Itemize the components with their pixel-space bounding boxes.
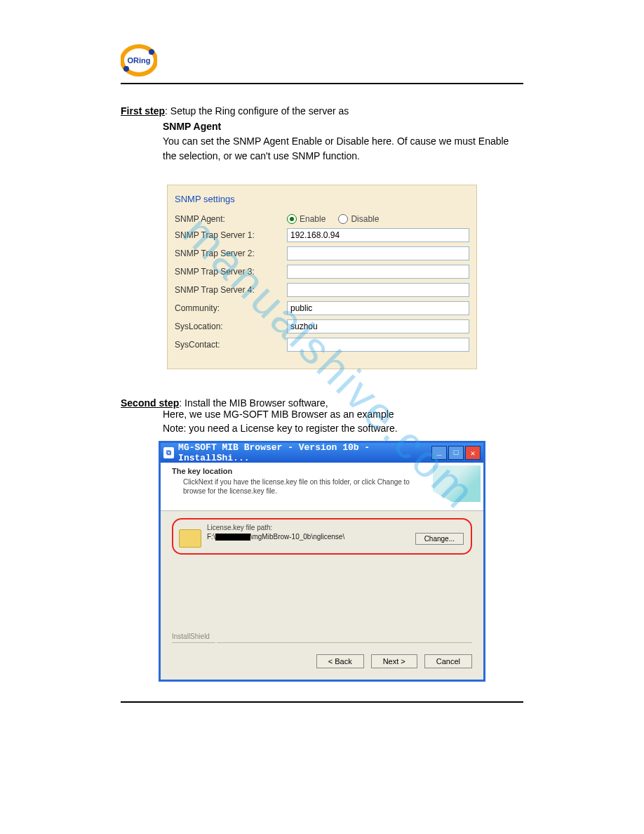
community-input[interactable] — [287, 301, 469, 315]
oring-logo: ORing — [121, 42, 157, 79]
step2-prefix: Second step — [121, 397, 179, 409]
snmp-agent-label: SNMP Agent: — [175, 214, 287, 224]
syslocation-label: SysLocation: — [175, 322, 287, 331]
svg-point-2 — [123, 66, 129, 72]
installer-body: License.key file path: F:\\mgMibBrow-10_… — [161, 511, 483, 680]
step1-body2: You can set the SNMP Agent Enable or Dis… — [163, 135, 509, 161]
snmp-settings-panel: SNMP settings SNMP Agent: Enable Disable… — [167, 185, 477, 369]
close-button[interactable]: ✕ — [465, 446, 481, 460]
installer-titlebar[interactable]: ⧉ MG-SOFT MIB Browser - Version 10b - In… — [161, 443, 483, 463]
step1-prefix: First step — [121, 105, 165, 117]
next-button[interactable]: Next > — [371, 654, 417, 668]
radio-empty-icon — [338, 214, 348, 224]
license-path-value: F:\\mgMibBrow-10_0b\nglicense\ — [207, 533, 410, 541]
radio-checked-icon — [287, 214, 297, 224]
installer-banner: The key location ClickNext if you have t… — [161, 463, 483, 511]
radio-disable-label: Disable — [351, 214, 379, 224]
lic-prefix: F:\ — [207, 533, 215, 541]
trap3-input[interactable] — [287, 265, 469, 279]
trap4-label: SNMP Trap Server 4: — [175, 285, 287, 295]
step1-heading: First step: Setup the Ring configure of … — [121, 105, 523, 117]
installer-title: MG-SOFT MIB Browser - Version 10b - Inst… — [178, 442, 431, 463]
step2-rest: : Install the MIB Browser software, — [179, 397, 328, 409]
community-label: Community: — [175, 303, 287, 313]
step1-body1: SNMP Agent — [163, 119, 514, 134]
trap1-input[interactable] — [287, 228, 469, 242]
step2-line2: Here, we use MG-SOFT MIB Browser as an e… — [163, 409, 523, 420]
minimize-button[interactable]: _ — [431, 446, 447, 460]
banner-subtitle: ClickNext if you have the license.key fi… — [183, 477, 415, 496]
trap4-input[interactable] — [287, 283, 469, 297]
header-divider — [121, 83, 523, 84]
snmp-agent-enable-radio[interactable]: Enable — [287, 214, 326, 224]
step2-line1: Second step: Install the MIB Browser sof… — [121, 397, 523, 409]
trap2-label: SNMP Trap Server 2: — [175, 249, 287, 258]
svg-point-1 — [149, 49, 154, 55]
snmp-agent-disable-radio[interactable]: Disable — [338, 214, 379, 224]
trap2-input[interactable] — [287, 246, 469, 260]
license-path-highlight: License.key file path: F:\\mgMibBrow-10_… — [172, 518, 472, 555]
logo-row: ORing — [121, 42, 523, 79]
syslocation-input[interactable] — [287, 319, 469, 333]
step2-line3: Note: you need a License key to register… — [163, 423, 523, 434]
maximize-button[interactable]: □ — [448, 446, 464, 460]
step1-rest: : Setup the Ring configure of the server… — [165, 105, 349, 117]
installshield-label: InstallShield — [172, 633, 210, 640]
installer-dialog: ⧉ MG-SOFT MIB Browser - Version 10b - In… — [159, 441, 485, 682]
redacted-icon — [215, 534, 250, 541]
installer-icon: ⧉ — [163, 447, 174, 458]
footer-divider-right — [217, 642, 472, 643]
banner-graphic-icon — [433, 465, 481, 502]
change-button[interactable]: Change... — [415, 533, 464, 545]
trap1-label: SNMP Trap Server 1: — [175, 230, 287, 240]
cancel-button[interactable]: Cancel — [424, 654, 472, 668]
folder-icon — [179, 529, 201, 548]
lic-suffix: \mgMibBrow-10_0b\nglicense\ — [250, 533, 345, 541]
svg-text:ORing: ORing — [128, 56, 151, 65]
snmp-title: SNMP settings — [175, 194, 469, 204]
banner-title: The key location — [172, 467, 476, 475]
back-button[interactable]: < Back — [316, 654, 364, 668]
syscontact-label: SysContact: — [175, 340, 287, 350]
footer-divider — [121, 701, 523, 703]
trap3-label: SNMP Trap Server 3: — [175, 267, 287, 277]
radio-enable-label: Enable — [300, 214, 326, 224]
syscontact-input[interactable] — [287, 338, 469, 352]
license-path-label: License.key file path: — [207, 524, 410, 531]
footer-divider-left — [172, 642, 215, 643]
